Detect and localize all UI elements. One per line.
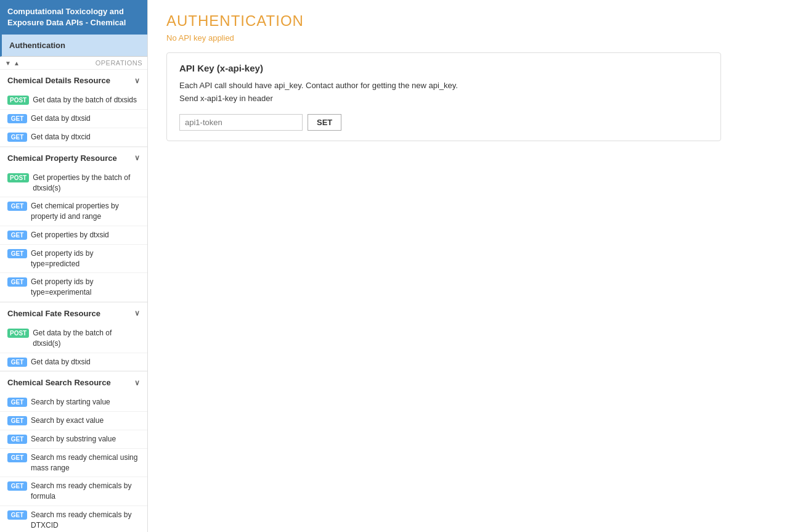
resource-header-chemical-search[interactable]: Chemical Search Resource∨ bbox=[0, 372, 147, 393]
api-item[interactable]: GET Search ms ready chemicals by formula bbox=[0, 477, 147, 506]
method-badge-get: GET bbox=[7, 453, 27, 462]
method-badge-get: GET bbox=[7, 398, 27, 407]
resource-section-chemical-search: Chemical Search Resource∨ GET Search by … bbox=[0, 372, 147, 532]
page-title: AUTHENTICATION bbox=[166, 12, 769, 30]
api-item-label: Get properties by the batch of dtxsid(s) bbox=[33, 173, 140, 194]
resource-header-chemical-fate[interactable]: Chemical Fate Resource∨ bbox=[0, 303, 147, 324]
method-badge-get: GET bbox=[7, 249, 27, 258]
api-item[interactable]: GET Get chemical properties by property … bbox=[0, 197, 147, 226]
sidebar-header: Computational Toxicology and Exposure Da… bbox=[0, 0, 147, 35]
chevron-down-icon: ∨ bbox=[134, 153, 140, 162]
api-item[interactable]: GET Search ms ready chemical using mass … bbox=[0, 449, 147, 478]
method-badge-get: GET bbox=[7, 114, 27, 123]
api-item[interactable]: GET Get data by dtxsid bbox=[0, 110, 147, 128]
method-badge-get: GET bbox=[7, 481, 27, 491]
filter-icons: ▼ ▲ bbox=[5, 60, 20, 67]
api-item[interactable]: GET Search by exact value bbox=[0, 412, 147, 430]
method-badge-get: GET bbox=[7, 510, 27, 520]
resource-header-chemical-details[interactable]: Chemical Details Resource∨ bbox=[0, 70, 147, 91]
auth-desc-line1: Each API call should have api_key. Conta… bbox=[179, 81, 458, 90]
operations-label: OPERATIONS bbox=[96, 59, 142, 67]
expand-all-icon[interactable]: ▲ bbox=[14, 60, 20, 67]
api-item-label: Get property ids by type=experimental bbox=[31, 277, 140, 298]
resource-label: Chemical Property Resource bbox=[7, 153, 117, 163]
resource-items-chemical-fate: POST Get data by the batch of dtxsid(s) … bbox=[0, 324, 147, 371]
api-item[interactable]: GET Get properties by dtxsid bbox=[0, 226, 147, 245]
api-item-label: Search by exact value bbox=[31, 415, 104, 426]
api-item-label: Get data by dtxcid bbox=[31, 132, 91, 142]
sidebar-header-title: Computational Toxicology and Exposure Da… bbox=[7, 7, 126, 27]
api-item[interactable]: POST Get data by the batch of dtxsid(s) bbox=[0, 324, 147, 353]
api-item-label: Get property ids by type=predicted bbox=[31, 248, 140, 269]
method-badge-post: POST bbox=[7, 96, 29, 105]
resource-label: Chemical Details Resource bbox=[7, 76, 110, 85]
api-item-label: Search by starting value bbox=[31, 397, 110, 407]
method-badge-get: GET bbox=[7, 133, 27, 142]
api-item-label: Get properties by dtxsid bbox=[31, 230, 109, 240]
method-badge-get: GET bbox=[7, 202, 27, 211]
sidebar-item-authentication[interactable]: Authentication bbox=[0, 35, 147, 57]
method-badge-get: GET bbox=[7, 416, 27, 425]
auth-box: API Key (x-api-key) Each API call should… bbox=[166, 52, 721, 141]
method-badge-get: GET bbox=[7, 358, 27, 367]
method-badge-post: POST bbox=[7, 173, 29, 182]
resource-items-chemical-property: POST Get properties by the batch of dtxs… bbox=[0, 169, 147, 302]
resource-items-chemical-details: POST Get data by the batch of dtxsids GE… bbox=[0, 91, 147, 146]
api-item[interactable]: GET Search by substring value bbox=[0, 430, 147, 449]
auth-box-description: Each API call should have api_key. Conta… bbox=[179, 80, 708, 105]
api-item-label: Get data by dtxsid bbox=[31, 357, 91, 367]
api-key-input[interactable] bbox=[179, 114, 303, 131]
method-badge-get: GET bbox=[7, 435, 27, 444]
api-item[interactable]: POST Get data by the batch of dtxsids bbox=[0, 91, 147, 110]
sidebar: Computational Toxicology and Exposure Da… bbox=[0, 0, 148, 532]
resource-section-chemical-fate: Chemical Fate Resource∨ POST Get data by… bbox=[0, 303, 147, 372]
api-item-label: Get data by the batch of dtxsids bbox=[33, 95, 137, 105]
api-item[interactable]: GET Get data by dtxsid bbox=[0, 353, 147, 372]
sidebar-filter-bar: ▼ ▲ OPERATIONS bbox=[0, 57, 147, 70]
api-item-label: Search ms ready chemical using mass rang… bbox=[31, 452, 140, 473]
api-item[interactable]: GET Get property ids by type=predicted bbox=[0, 245, 147, 274]
api-item[interactable]: GET Get data by dtxcid bbox=[0, 128, 147, 147]
method-badge-get: GET bbox=[7, 277, 27, 287]
api-item[interactable]: GET Search ms ready chemicals by DTXCID bbox=[0, 506, 147, 532]
set-button[interactable]: SET bbox=[308, 114, 341, 131]
chevron-down-icon: ∨ bbox=[134, 76, 140, 85]
resource-items-chemical-search: GET Search by starting value GET Search … bbox=[0, 393, 147, 532]
api-key-input-row: SET bbox=[179, 114, 708, 131]
api-item-label: Search ms ready chemicals by DTXCID bbox=[31, 510, 140, 531]
chevron-down-icon: ∨ bbox=[134, 379, 140, 387]
api-item-label: Search by substring value bbox=[31, 434, 116, 444]
auth-box-title: API Key (x-api-key) bbox=[179, 63, 708, 73]
api-item-label: Search ms ready chemicals by formula bbox=[31, 481, 140, 502]
resource-header-chemical-property[interactable]: Chemical Property Resource∨ bbox=[0, 147, 147, 169]
method-badge-get: GET bbox=[7, 231, 27, 240]
api-item[interactable]: GET Search by starting value bbox=[0, 393, 147, 412]
resource-list: Chemical Details Resource∨ POST Get data… bbox=[0, 70, 147, 532]
resource-section-chemical-property: Chemical Property Resource∨ POST Get pro… bbox=[0, 147, 147, 303]
resource-label: Chemical Search Resource bbox=[7, 378, 111, 387]
api-item-label: Get data by dtxsid bbox=[31, 113, 91, 124]
api-item[interactable]: POST Get properties by the batch of dtxs… bbox=[0, 169, 147, 198]
resource-label: Chemical Fate Resource bbox=[7, 309, 100, 318]
api-item-label: Get chemical properties by property id a… bbox=[31, 201, 140, 222]
collapse-all-icon[interactable]: ▼ bbox=[5, 60, 11, 67]
no-api-key-status: No API key applied bbox=[166, 33, 769, 43]
api-item-label: Get data by the batch of dtxsid(s) bbox=[33, 328, 140, 349]
sidebar-auth-label: Authentication bbox=[9, 41, 65, 50]
resource-section-chemical-details: Chemical Details Resource∨ POST Get data… bbox=[0, 70, 147, 147]
api-item[interactable]: GET Get property ids by type=experimenta… bbox=[0, 273, 147, 302]
method-badge-post: POST bbox=[7, 329, 29, 338]
auth-desc-line2: Send x-api1-key in header bbox=[179, 94, 273, 103]
main-content: AUTHENTICATION No API key applied API Ke… bbox=[148, 0, 787, 532]
chevron-down-icon: ∨ bbox=[134, 309, 140, 317]
